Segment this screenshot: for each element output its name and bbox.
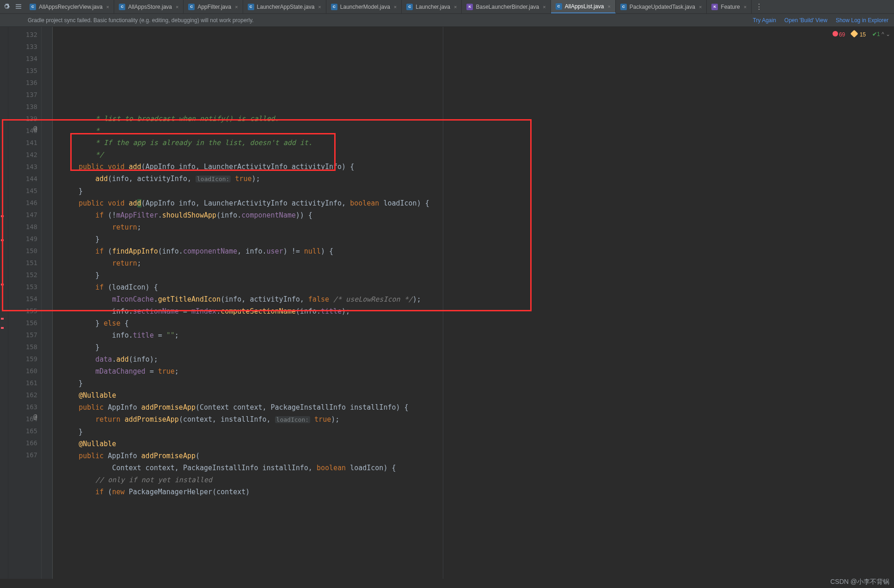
code-line[interactable]: // only if not yet installed [62,474,894,486]
line-number[interactable]: 156 [8,317,37,329]
show-log-link[interactable]: Show Log in Explorer [836,17,888,24]
line-number[interactable]: 135 [8,65,37,77]
code-line[interactable]: @Nullable [62,389,894,401]
tab-launchermodel-java[interactable]: CLauncherModel.java× [326,0,402,13]
line-number[interactable]: 154 [8,293,37,305]
code-line[interactable]: if (new PackageManagerHelper(context) [62,486,894,498]
java-file-icon: C [30,4,36,10]
close-icon[interactable]: × [235,4,238,10]
tab-feature[interactable]: KFeature× [707,0,752,13]
line-number[interactable]: 162 [8,389,37,401]
tab-label: AllAppsStore.java [128,4,172,10]
line-number[interactable]: 134 [8,53,37,65]
code-line[interactable]: return addPromiseApp(context, installInf… [62,413,894,426]
code-line[interactable]: * list to broadcast when notify() is cal… [62,113,894,125]
close-icon[interactable]: × [744,4,747,10]
code-line[interactable]: public AppInfo addPromiseApp(Context con… [62,401,894,413]
line-number[interactable]: 158 [8,341,37,353]
line-number[interactable]: 138 [8,101,37,113]
sync-failed-notice: Gradle project sync failed. Basic functi… [0,14,894,27]
close-icon[interactable]: × [394,4,397,10]
change-marker-icon: @ [33,413,37,420]
code-line[interactable]: return; [62,221,894,233]
line-number[interactable]: 137 [8,89,37,101]
fold-gutter[interactable]: @ @ [42,27,53,579]
code-line[interactable]: public AppInfo addPromiseApp( [62,450,894,462]
code-line[interactable]: public void add(AppInfo info, LauncherAc… [62,161,894,173]
code-line[interactable]: } [62,233,894,245]
tab-launcher-java[interactable]: CLauncher.java× [402,0,462,13]
line-number[interactable]: 163 [8,401,37,413]
tab-baselauncherbinder-java[interactable]: KBaseLauncherBinder.java× [462,0,551,13]
hamburger-icon[interactable] [15,3,22,10]
line-number[interactable]: 149 [8,233,37,245]
tab-packageupdatedtask-java[interactable]: CPackageUpdatedTask.java× [616,0,707,13]
line-number[interactable]: 165 [8,425,37,437]
code-editor[interactable]: * list to broadcast when notify() is cal… [53,27,894,579]
code-line[interactable]: mDataChanged = true; [62,365,894,377]
code-line[interactable]: } [62,269,894,281]
inspection-status[interactable]: 69 15 ✔1 ^ ⌄ [833,28,890,41]
line-number[interactable]: 146 [8,197,37,209]
tab-allappsstore-java[interactable]: CAllAppsStore.java× [114,0,184,13]
close-icon[interactable]: × [318,4,321,10]
line-number[interactable]: 150 [8,245,37,257]
line-number[interactable]: 147 [8,209,37,221]
code-line[interactable]: Context context, PackageInstallInfo inst… [62,462,894,474]
line-number[interactable]: 144 [8,173,37,185]
code-line[interactable]: } [62,426,894,438]
code-line[interactable]: @Nullable [62,438,894,450]
code-line[interactable]: mIconCache.getTitleAndIcon(info, activit… [62,293,894,305]
line-number[interactable]: 143 [8,161,37,173]
code-line[interactable]: info.title = ""; [62,329,894,341]
line-number[interactable]: 166 [8,437,37,449]
line-number[interactable]: 157 [8,329,37,341]
code-line[interactable]: * [62,125,894,137]
line-number[interactable]: 152 [8,269,37,281]
open-build-view-link[interactable]: Open 'Build' View [784,17,827,24]
code-line[interactable]: data.add(info); [62,353,894,365]
code-line[interactable]: return; [62,257,894,269]
line-number[interactable]: 151 [8,257,37,269]
try-again-link[interactable]: Try Again [753,17,776,24]
tab-appfilter-java[interactable]: CAppFilter.java× [184,0,243,13]
line-number[interactable]: 132 [8,29,37,41]
line-number[interactable]: 141 [8,137,37,149]
code-line[interactable]: } else { [62,317,894,329]
code-line[interactable]: if (findAppInfo(info.componentName, info… [62,245,894,257]
close-icon[interactable]: × [454,4,457,10]
line-number[interactable]: 155 [8,305,37,317]
code-line[interactable]: */ [62,149,894,161]
close-icon[interactable]: × [106,4,109,10]
close-icon[interactable]: × [699,4,702,10]
gear-icon[interactable] [3,3,10,10]
code-line[interactable]: } [62,341,894,353]
code-line[interactable]: * If the app is already in the list, doe… [62,137,894,149]
code-line[interactable]: } [62,185,894,197]
tab-allappsrecyclerview-java[interactable]: CAllAppsRecyclerView.java× [25,0,114,13]
line-number-gutter[interactable]: 1321331341351361371381391401411421431441… [8,27,42,579]
line-number[interactable]: 139 [8,113,37,125]
code-line[interactable]: if (!mAppFilter.shouldShowApp(info.compo… [62,209,894,221]
code-line[interactable]: } [62,377,894,389]
code-line[interactable]: info.sectionName = mIndex.computeSection… [62,305,894,317]
close-icon[interactable]: × [543,4,545,10]
tab-allappslist-java[interactable]: CAllAppsList.java× [551,0,616,13]
line-number[interactable]: 133 [8,41,37,53]
code-line[interactable]: if (loadIcon) { [62,281,894,293]
line-number[interactable]: 142 [8,149,37,161]
code-line[interactable]: public void add(AppInfo info, LauncherAc… [62,197,894,209]
tab-launcherappstate-java[interactable]: CLauncherAppState.java× [243,0,326,13]
line-number[interactable]: 136 [8,77,37,89]
line-number[interactable]: 159 [8,353,37,365]
line-number[interactable]: 145 [8,185,37,197]
code-line[interactable]: add(info, activityInfo, loadIcon: true); [62,173,894,185]
line-number[interactable]: 148 [8,221,37,233]
line-number[interactable]: 161 [8,377,37,389]
close-icon[interactable]: × [607,4,610,9]
more-tabs-icon[interactable]: ⋮ [752,0,766,13]
line-number[interactable]: 160 [8,365,37,377]
line-number[interactable]: 167 [8,449,37,461]
line-number[interactable]: 153 [8,281,37,293]
close-icon[interactable]: × [176,4,178,10]
